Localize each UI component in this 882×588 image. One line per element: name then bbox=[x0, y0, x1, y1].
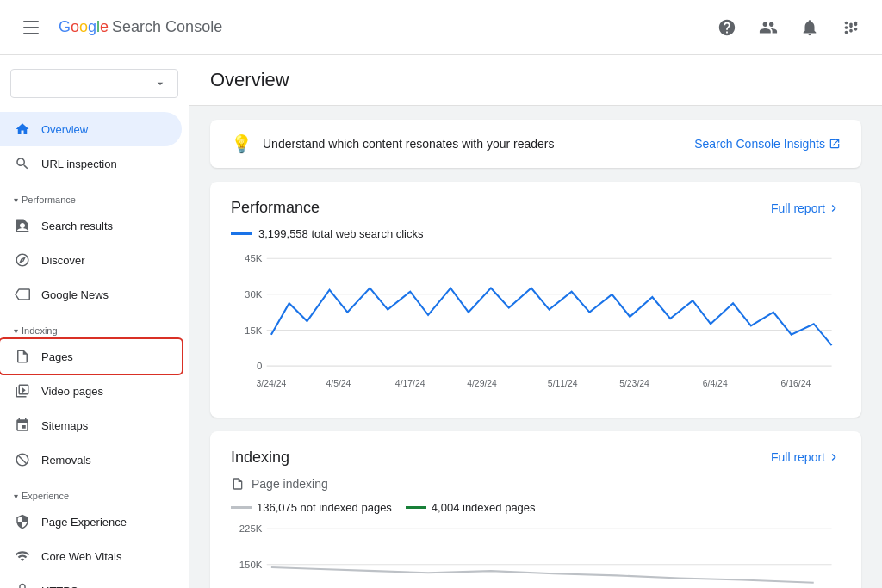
svg-rect-1 bbox=[23, 27, 39, 28]
sidebar-item-url-inspection[interactable]: URL inspection bbox=[0, 146, 182, 181]
discover-icon bbox=[14, 251, 31, 269]
sidebar-item-google-news[interactable]: Google News bbox=[0, 277, 182, 312]
search-results-icon bbox=[14, 217, 31, 234]
performance-full-report-link[interactable]: Full report bbox=[771, 201, 841, 215]
notification-button[interactable] bbox=[792, 10, 827, 45]
sidebar-item-overview[interactable]: Overview bbox=[0, 112, 182, 146]
svg-text:4/17/24: 4/17/24 bbox=[395, 379, 425, 388]
chevron-icon: ▾ bbox=[14, 195, 18, 205]
menu-button[interactable] bbox=[14, 10, 48, 45]
svg-text:6/16/24: 6/16/24 bbox=[781, 379, 811, 388]
sidebar-item-core-web-vitals[interactable]: Core Web Vitals bbox=[0, 539, 182, 573]
app-logo: Google Search Console bbox=[59, 18, 222, 36]
chevron-right-icon bbox=[827, 201, 841, 215]
indexing-card-title: Indexing bbox=[231, 449, 289, 467]
svg-text:3/24/24: 3/24/24 bbox=[257, 379, 287, 388]
svg-text:45K: 45K bbox=[245, 254, 263, 263]
legend-line-blue bbox=[231, 232, 252, 235]
indexed-legend: 4,004 indexed pages bbox=[406, 501, 536, 514]
indexing-card-header: Indexing Full report bbox=[231, 449, 841, 467]
video-pages-icon bbox=[14, 382, 31, 399]
not-indexed-legend: 136,075 not indexed pages bbox=[231, 501, 392, 514]
page-title: Overview bbox=[189, 55, 882, 106]
chevron-icon-indexing: ▾ bbox=[14, 326, 18, 336]
svg-text:5/23/24: 5/23/24 bbox=[619, 379, 649, 388]
main-content: Overview 💡 Understand which content reso… bbox=[189, 55, 882, 588]
chevron-down-icon bbox=[153, 77, 167, 90]
sidebar-item-pages[interactable]: Pages bbox=[0, 339, 182, 374]
indexing-card: Indexing Full report Page indexing 136,0… bbox=[210, 431, 861, 588]
svg-text:0: 0 bbox=[257, 361, 262, 371]
legend-line-green bbox=[406, 506, 426, 509]
indexing-chart-svg: 225K 150K 75K bbox=[231, 524, 841, 588]
sidebar-item-page-experience[interactable]: Page Experience bbox=[0, 504, 182, 539]
performance-card: Performance Full report 3,199,558 total … bbox=[210, 182, 861, 418]
sidebar-item-https[interactable]: HTTPS bbox=[0, 573, 182, 588]
account-button[interactable] bbox=[751, 10, 786, 45]
sidebar-item-search-results[interactable]: Search results bbox=[0, 208, 182, 243]
sidebar-item-discover[interactable]: Discover bbox=[0, 243, 182, 277]
performance-card-title: Performance bbox=[231, 199, 320, 217]
insight-link[interactable]: Search Console Insights bbox=[694, 137, 841, 151]
lightbulb-icon: 💡 bbox=[231, 133, 252, 154]
svg-text:30K: 30K bbox=[245, 289, 263, 300]
indexing-full-report-link[interactable]: Full report bbox=[771, 450, 841, 464]
core-web-vitals-icon bbox=[14, 548, 31, 565]
sidebar-item-removals[interactable]: Removals bbox=[0, 443, 182, 477]
app-title: Search Console bbox=[112, 18, 222, 36]
removals-icon bbox=[14, 451, 31, 468]
indexing-sub-label: Page indexing bbox=[231, 477, 841, 491]
sitemaps-icon bbox=[14, 417, 31, 434]
page-experience-icon bbox=[14, 513, 31, 530]
svg-text:15K: 15K bbox=[245, 325, 263, 336]
performance-legend: 3,199,558 total web search clicks bbox=[231, 227, 841, 240]
topbar: Google Search Console bbox=[0, 0, 882, 55]
insight-text: Understand which content resonates with … bbox=[263, 137, 684, 151]
svg-text:5/11/24: 5/11/24 bbox=[548, 379, 578, 388]
section-indexing: ▾ Indexing bbox=[0, 312, 189, 339]
svg-text:6/4/24: 6/4/24 bbox=[703, 379, 728, 388]
sidebar: Overview URL inspection ▾ Performance Se… bbox=[0, 55, 189, 588]
indexing-chart: 225K 150K 75K bbox=[231, 524, 841, 588]
insight-banner: 💡 Understand which content resonates wit… bbox=[210, 120, 861, 168]
performance-chart: 45K 30K 15K 0 3/24/24 4/5/24 4/17/24 4/2… bbox=[231, 254, 841, 400]
svg-text:225K: 225K bbox=[239, 524, 263, 534]
external-link-icon bbox=[829, 138, 841, 150]
svg-text:150K: 150K bbox=[239, 560, 263, 570]
topbar-actions bbox=[710, 10, 868, 45]
chevron-right-icon-indexing bbox=[827, 450, 841, 464]
news-icon bbox=[14, 286, 31, 303]
legend-line-gray bbox=[231, 506, 252, 509]
performance-chart-svg: 45K 30K 15K 0 3/24/24 4/5/24 4/17/24 4/2… bbox=[231, 254, 841, 398]
performance-card-header: Performance Full report bbox=[231, 199, 841, 217]
cards-container: 💡 Understand which content resonates wit… bbox=[189, 106, 882, 588]
performance-legend-text: 3,199,558 total web search clicks bbox=[258, 227, 424, 240]
https-icon bbox=[14, 582, 31, 588]
sidebar-item-video-pages[interactable]: Video pages bbox=[0, 374, 182, 408]
svg-text:4/5/24: 4/5/24 bbox=[326, 379, 351, 388]
apps-button[interactable] bbox=[834, 10, 868, 45]
page-indexing-icon bbox=[231, 477, 245, 491]
property-selector[interactable] bbox=[10, 69, 178, 98]
svg-rect-2 bbox=[23, 33, 39, 34]
svg-text:4/29/24: 4/29/24 bbox=[467, 379, 497, 388]
layout: Overview URL inspection ▾ Performance Se… bbox=[0, 55, 882, 588]
sidebar-item-sitemaps[interactable]: Sitemaps bbox=[0, 408, 182, 443]
section-experience: ▾ Experience bbox=[0, 477, 189, 504]
home-icon bbox=[14, 121, 31, 138]
overview-label: Overview bbox=[41, 123, 88, 136]
pages-icon bbox=[14, 348, 31, 365]
url-inspection-label: URL inspection bbox=[41, 158, 117, 170]
search-icon bbox=[14, 155, 31, 172]
svg-rect-0 bbox=[23, 21, 39, 22]
indexing-legend: 136,075 not indexed pages 4,004 indexed … bbox=[231, 501, 841, 514]
help-button[interactable] bbox=[710, 10, 744, 45]
section-performance: ▾ Performance bbox=[0, 181, 189, 208]
chevron-icon-experience: ▾ bbox=[14, 492, 18, 501]
